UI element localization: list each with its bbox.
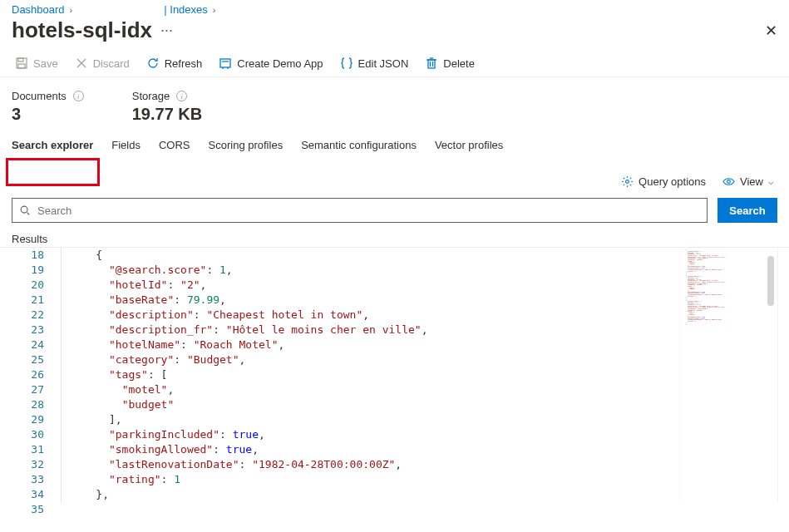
search-input-wrapper[interactable] <box>12 198 708 223</box>
title-row: hotels-sql-idx ··· ✕ <box>0 16 789 45</box>
svg-point-14 <box>626 180 629 184</box>
save-button: Save <box>12 57 62 70</box>
svg-rect-9 <box>428 60 435 68</box>
tabs: Search explorer Fields CORS Scoring prof… <box>0 124 789 160</box>
documents-value: 3 <box>12 105 84 124</box>
save-icon <box>15 57 28 70</box>
search-row: Search <box>0 193 789 228</box>
refresh-button[interactable]: Refresh <box>143 57 206 70</box>
page-title: hotels-sql-idx <box>12 17 152 43</box>
gear-icon <box>621 175 634 188</box>
tab-cors[interactable]: CORS <box>159 139 190 160</box>
svg-point-16 <box>21 206 27 213</box>
storage-stat: Storage i 19.77 KB <box>132 89 203 124</box>
chevron-right-icon: › <box>70 5 73 15</box>
toolbar: Save Discard Refresh Create Demo App Edi… <box>0 45 789 77</box>
query-options-button[interactable]: Query options <box>621 175 706 188</box>
view-button[interactable]: View ⌵ <box>722 175 774 188</box>
chevron-right-icon: › <box>213 5 216 15</box>
code-body[interactable]: { "@search.score": 1, "hotelId": "2", "b… <box>62 248 679 503</box>
discard-icon <box>75 57 88 70</box>
refresh-icon <box>146 57 160 70</box>
results-label: Results <box>0 228 789 247</box>
svg-rect-1 <box>18 58 23 62</box>
search-icon <box>19 204 31 216</box>
create-demo-app-button[interactable]: Create Demo App <box>215 57 326 70</box>
delete-icon <box>425 57 438 70</box>
svg-line-17 <box>27 213 30 215</box>
stats-row: Documents i 3 Storage i 19.77 KB <box>0 77 789 124</box>
minimap[interactable]: { "@search.score": 1, "hotelId": "2", "b… <box>679 248 777 503</box>
line-gutter: 181920212223242526272829303132333435 <box>0 248 62 503</box>
breadcrumb: Dashboard › | Indexes › <box>0 0 789 16</box>
json-icon <box>340 57 353 70</box>
chevron-down-icon: ⌵ <box>768 176 774 187</box>
results-code-area: 181920212223242526272829303132333435 { "… <box>0 247 789 503</box>
edit-json-button[interactable]: Edit JSON <box>337 57 412 70</box>
close-icon[interactable]: ✕ <box>765 22 777 40</box>
storage-value: 19.77 KB <box>132 105 203 124</box>
svg-point-15 <box>727 180 731 184</box>
delete-button[interactable]: Delete <box>422 57 478 70</box>
search-button[interactable]: Search <box>717 198 777 223</box>
storage-label: Storage <box>132 90 170 102</box>
eye-icon <box>722 175 735 188</box>
documents-label: Documents <box>12 90 67 102</box>
info-icon[interactable]: i <box>73 91 84 101</box>
discard-button: Discard <box>72 57 133 70</box>
tab-search-explorer[interactable]: Search explorer <box>12 139 93 160</box>
more-icon[interactable]: ··· <box>160 22 173 39</box>
tab-vector-profiles[interactable]: Vector profiles <box>435 139 503 160</box>
app-icon <box>219 57 232 70</box>
tab-scoring-profiles[interactable]: Scoring profiles <box>209 139 284 160</box>
tab-fields[interactable]: Fields <box>111 139 141 160</box>
info-icon[interactable]: i <box>176 91 187 101</box>
options-row: Query options View ⌵ <box>0 160 789 193</box>
minimap-thumb[interactable] <box>767 256 774 306</box>
search-input[interactable] <box>37 204 700 217</box>
tab-semantic-configurations[interactable]: Semantic configurations <box>301 139 417 160</box>
documents-stat: Documents i 3 <box>12 89 84 124</box>
svg-rect-2 <box>18 64 25 68</box>
breadcrumb-indexes[interactable]: | Indexes <box>164 3 208 16</box>
breadcrumb-dashboard[interactable]: Dashboard <box>12 3 65 16</box>
svg-rect-5 <box>220 59 230 67</box>
scrollbar[interactable] <box>777 248 789 503</box>
